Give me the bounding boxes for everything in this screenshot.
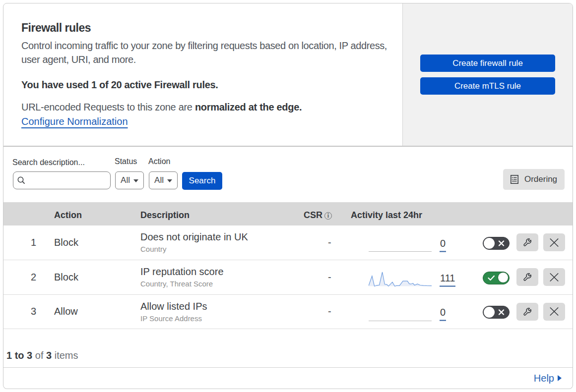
rule-controls-cell (476, 268, 573, 286)
toggle-x-icon (498, 309, 505, 316)
chevron-down-icon (133, 179, 138, 182)
rule-priority-number: 3 (3, 306, 52, 317)
ordering-button-label: Ordering (524, 174, 557, 184)
edit-rule-button[interactable] (516, 268, 538, 286)
column-header-action: Action (52, 210, 139, 221)
wrench-icon (522, 307, 532, 317)
normalization-bold: normalized at the edge. (195, 102, 302, 112)
toggle-knob (484, 307, 495, 318)
rule-priority-number: 2 (3, 272, 52, 283)
delete-rule-button[interactable] (543, 268, 565, 286)
rule-controls-cell (476, 233, 573, 251)
rule-description: IP reputation score (140, 266, 302, 278)
activity-count-link[interactable]: 0 (440, 307, 446, 321)
help-row: Help (3, 367, 573, 389)
rule-description-cell: Does not originate in UK Country (139, 231, 302, 253)
search-button[interactable]: Search (182, 172, 222, 190)
normalization-prefix: URL-encoded Requests to this zone are (21, 102, 195, 112)
column-header-description: Description (139, 210, 302, 221)
search-icon (17, 176, 25, 184)
toggle-knob (484, 238, 495, 249)
help-link[interactable]: Help (534, 373, 562, 384)
rule-activity-cell: 0 (348, 225, 476, 260)
delete-rule-button[interactable] (543, 233, 565, 251)
csr-value: - (328, 272, 331, 283)
normalization-note: URL-encoded Requests to this zone are no… (21, 102, 402, 113)
info-icon[interactable]: i (324, 212, 332, 220)
search-description-field[interactable] (13, 171, 111, 189)
csr-header-label: CSR (304, 210, 322, 221)
items-total: 3 (46, 350, 52, 361)
items-count-row: 1 to 3 of 3 items (3, 329, 573, 367)
help-link-label: Help (534, 373, 554, 384)
ordering-list-icon (511, 175, 518, 184)
rule-row: 1 Block Does not originate in UK Country… (3, 225, 573, 260)
page-title: Firewall rules (21, 21, 402, 35)
toggle-knob (498, 272, 509, 283)
edit-rule-button[interactable] (516, 233, 538, 251)
page-description: Control incoming traffic to your zone by… (21, 39, 394, 66)
search-label: Search description... (12, 158, 85, 167)
action-dropdown-value: All (154, 175, 164, 185)
table-header: Action Description CSR i Activity last 2… (3, 202, 573, 225)
x-icon (550, 273, 559, 281)
header-actions-panel: Create firewall rule Create mTLS rule (402, 3, 573, 146)
csr-value: - (328, 306, 331, 317)
activity-count: 0 (440, 237, 446, 252)
rule-description-cell: Allow listed IPs IP Source Address (139, 301, 302, 323)
header-card: Firewall rules Control incoming traffic … (3, 3, 573, 146)
rule-priority-number: 1 (3, 237, 52, 248)
wrench-icon (522, 272, 532, 282)
rule-controls-cell (476, 303, 573, 321)
search-input[interactable] (28, 176, 103, 185)
rule-csr-cell: - (302, 237, 348, 248)
rules-list-card: Search description... Status Action All … (3, 146, 573, 389)
action-dropdown[interactable]: All (149, 171, 178, 189)
configure-normalization-link[interactable]: Configure Normalization (21, 116, 128, 127)
filter-bar: Search description... Status Action All … (3, 147, 573, 202)
rule-criteria: IP Source Address (140, 314, 302, 323)
action-label: Action (148, 157, 170, 166)
rule-csr-cell: - (302, 272, 348, 283)
rule-activity-cell: 111 (348, 260, 476, 294)
rule-action-cell: Block (52, 272, 139, 283)
rule-description: Does not originate in UK (140, 231, 302, 243)
create-mtls-rule-button[interactable]: Create mTLS rule (420, 77, 555, 95)
help-arrow-icon (558, 375, 562, 381)
rules-table-body: 1 Block Does not originate in UK Country… (3, 225, 573, 329)
column-header-activity: Activity last 24hr (348, 210, 476, 221)
create-firewall-rule-button[interactable]: Create firewall rule (420, 55, 555, 72)
rule-activity-cell: 0 (348, 295, 476, 329)
status-dropdown[interactable]: All (115, 171, 144, 189)
edit-rule-button[interactable] (516, 303, 538, 321)
activity-count: 0 (440, 307, 446, 321)
rule-criteria: Country, Threat Score (140, 280, 302, 288)
x-icon (550, 307, 559, 316)
firewall-rules-page: Firewall rules Control incoming traffic … (0, 0, 576, 392)
x-icon (550, 238, 559, 247)
activity-count: 111 (440, 272, 455, 286)
activity-count-link[interactable]: 0 (440, 237, 446, 252)
rule-row: 3 Allow Allow listed IPs IP Source Addre… (3, 295, 573, 330)
items-range: 1 to 3 (6, 350, 32, 361)
items-label: items (52, 350, 78, 361)
column-header-csr: CSR i (302, 210, 348, 221)
toggle-x-icon (498, 240, 505, 246)
rule-enabled-toggle[interactable] (483, 306, 510, 319)
rule-row: 2 Block IP reputation score Country, Thr… (3, 260, 573, 295)
rule-action-cell: Allow (52, 306, 139, 317)
delete-rule-button[interactable] (543, 303, 565, 321)
rule-csr-cell: - (302, 306, 348, 317)
status-dropdown-value: All (121, 175, 130, 185)
toggle-check-icon (488, 275, 495, 281)
rule-criteria: Country (140, 245, 302, 253)
rule-enabled-toggle[interactable] (483, 237, 510, 250)
activity-count-link[interactable]: 111 (440, 272, 455, 286)
items-count-text: 1 to 3 of 3 items (6, 350, 78, 361)
chevron-down-icon (167, 179, 172, 182)
status-label: Status (115, 157, 137, 166)
ordering-button[interactable]: Ordering (503, 169, 565, 190)
rule-enabled-toggle[interactable] (483, 272, 510, 284)
activity-sparkline (369, 302, 432, 322)
csr-value: - (328, 237, 331, 248)
